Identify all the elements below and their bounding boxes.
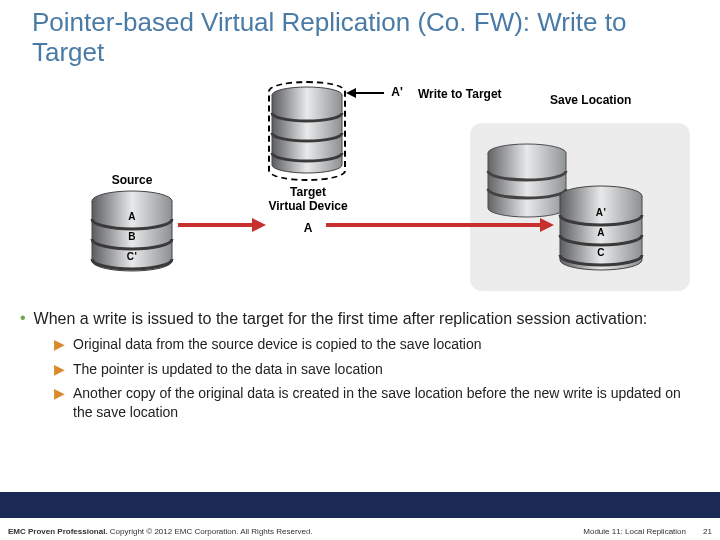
sub-bullet: ▶ Another copy of the original data is c… (54, 384, 700, 421)
footer-left: EMC Proven Professional. Copyright © 201… (8, 527, 313, 536)
sub-arrow-icon: ▶ (54, 335, 65, 353)
label-source: Source (102, 173, 162, 187)
db-target-virtual (270, 85, 344, 179)
footer-left-rest: Copyright © 2012 EMC Corporation. All Ri… (108, 527, 313, 536)
save-layer-a: A (558, 227, 644, 238)
arrow-write-in-icon (346, 85, 386, 105)
label-target-virtual: Target Virtual Device (260, 185, 356, 213)
sub-bullet: ▶ The pointer is updated to the data in … (54, 360, 700, 378)
footer-band (0, 492, 720, 518)
footer-module: Module 11: Local Replication (583, 527, 686, 536)
save-layer-c: C (558, 247, 644, 258)
db-target-icon (270, 85, 344, 179)
slide-title: Pointer-based Virtual Replication (Co. F… (32, 8, 700, 68)
bullet-block: • When a write is issued to the target f… (20, 308, 700, 421)
footer-page: 21 (703, 527, 712, 536)
sub-text-2: Another copy of the original data is cre… (73, 384, 700, 421)
bullet-lead: • When a write is issued to the target f… (20, 308, 700, 329)
source-layer-b: B (90, 231, 174, 242)
db-save-front: A' A C (558, 185, 644, 277)
db-save-back (486, 143, 568, 223)
source-layer-c: C' (90, 251, 174, 262)
bullet-lead-text: When a write is issued to the target for… (34, 308, 648, 329)
bullet-dot-icon: • (20, 308, 26, 329)
sub-text-0: Original data from the source device is … (73, 335, 482, 353)
sub-text-1: The pointer is updated to the data in sa… (73, 360, 383, 378)
label-write-a-prime: A' (388, 85, 406, 99)
footer-left-bold: EMC Proven Professional. (8, 527, 108, 536)
save-layer-a-prime: A' (558, 207, 644, 218)
diagram-area: Source A B C' (30, 85, 690, 300)
label-write-to-target: Write to Target (418, 87, 508, 101)
source-layer-a: A (90, 211, 174, 222)
label-target-a: A (298, 221, 318, 235)
label-save-location: Save Location (550, 93, 650, 107)
db-source: A B C' (90, 189, 174, 279)
sub-bullet: ▶ Original data from the source device i… (54, 335, 700, 353)
sub-arrow-icon: ▶ (54, 384, 65, 421)
svg-marker-3 (346, 88, 356, 98)
sub-arrow-icon: ▶ (54, 360, 65, 378)
